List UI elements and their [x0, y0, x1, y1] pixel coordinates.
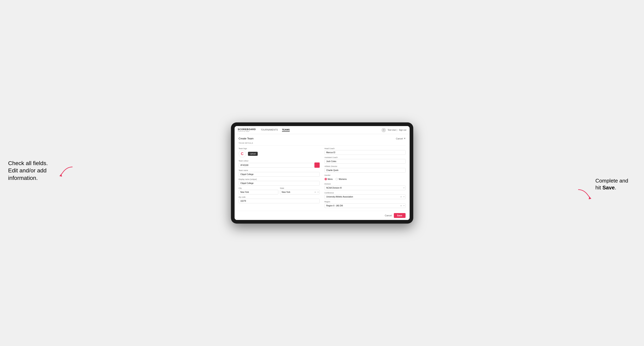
right-column: Head Coach Assistant Coach Athletic Dire…	[324, 148, 406, 208]
athletic-director-field: Athletic Director	[324, 165, 406, 173]
tablet-device: SCOREBOARD Powered by clippd TOURNAMENTS…	[231, 122, 413, 224]
division-label: Division	[324, 183, 406, 185]
zip-label: Zip code	[239, 196, 320, 198]
left-column: Team logo C Upload Team colour	[239, 148, 320, 208]
form-body: Team logo C Upload Team colour	[239, 148, 406, 208]
city-state-field: City State New York ✕	[239, 187, 320, 194]
display-name-label: Display name (unique)	[239, 178, 320, 180]
form-cancel-x[interactable]: Cancel ✕	[396, 137, 405, 140]
team-logo-circle: C	[239, 150, 246, 158]
zip-input[interactable]	[239, 199, 320, 203]
assistant-coach-field: Assistant Coach	[324, 157, 406, 164]
division-select-wrapper: NCAA Division III ▾	[324, 185, 406, 190]
conference-clear-icon[interactable]: ✕	[400, 196, 402, 198]
color-swatch[interactable]	[314, 163, 320, 168]
team-colour-field: Team colour	[239, 160, 320, 168]
arrow-left-icon	[58, 165, 74, 177]
nav-teams[interactable]: TEAMS	[282, 129, 290, 132]
brand-logo: SCOREBOARD Powered by clippd	[238, 128, 256, 132]
display-name-field: Display name (unique)	[239, 178, 320, 185]
athletic-director-label: Athletic Director	[324, 165, 406, 167]
form-container: Create Team Cancel ✕ TEAM DETAILS Team l…	[234, 134, 410, 211]
conference-select[interactable]: University Athletic Association	[324, 194, 406, 199]
display-name-input[interactable]	[239, 181, 320, 185]
navbar: SCOREBOARD Powered by clippd TOURNAMENTS…	[234, 126, 410, 134]
head-coach-field: Head Coach	[324, 148, 406, 155]
form-footer: Cancel Save	[234, 211, 410, 220]
state-select-wrapper: New York ✕ ▾	[280, 190, 320, 194]
head-coach-label: Head Coach	[324, 148, 406, 150]
division-field: Division NCAA Division III ▾	[324, 183, 406, 190]
team-logo-label: Team logo	[239, 148, 320, 150]
logo-area: C Upload	[239, 150, 320, 158]
gender-label: Gender	[324, 174, 406, 176]
state-clear-icon[interactable]: ✕	[314, 191, 316, 193]
section-label: TEAM DETAILS	[239, 142, 406, 146]
team-name-input[interactable]	[239, 172, 320, 177]
team-name-label: Team name	[239, 169, 320, 172]
state-select[interactable]: New York	[280, 190, 320, 194]
city-field: City	[239, 187, 278, 194]
assistant-coach-label: Assistant Coach	[324, 157, 406, 159]
region-clear-icon[interactable]: ✕	[400, 205, 402, 207]
gender-field: Gender Mens Womens	[324, 174, 406, 181]
gender-mens-option[interactable]: Mens	[324, 178, 333, 180]
nav-tournaments[interactable]: TOURNAMENTS	[261, 129, 278, 132]
team-name-field: Team name	[239, 169, 320, 177]
conference-field: Conference University Athletic Associati…	[324, 192, 406, 199]
gender-mens-radio[interactable]	[324, 178, 327, 180]
user-avatar: T	[382, 128, 386, 132]
city-state-row: City State New York ✕	[239, 187, 320, 194]
annotation-left: Check all fields. Edit and/or add inform…	[8, 160, 48, 181]
conference-select-wrapper: University Athletic Association ✕ ▾	[324, 194, 406, 199]
gender-radio-group: Mens Womens	[324, 177, 406, 181]
conference-label: Conference	[324, 192, 406, 194]
form-title: Create Team	[239, 137, 254, 140]
state-label: State	[280, 187, 320, 189]
team-colour-input[interactable]	[239, 163, 314, 168]
footer-save-button[interactable]: Save	[394, 213, 406, 218]
city-input[interactable]	[239, 190, 278, 194]
zip-code-field: Zip code	[239, 196, 320, 203]
footer-cancel-button[interactable]: Cancel	[385, 214, 392, 217]
sign-out-link[interactable]: Sign out	[399, 129, 406, 131]
region-label: Region	[324, 201, 406, 203]
state-field: State New York ✕ ▾	[280, 187, 320, 194]
region-select-wrapper: Region II - (M) DIII ✕ ▾	[324, 203, 406, 208]
color-row	[239, 163, 320, 168]
region-field: Region Region II - (M) DIII ✕ ▾	[324, 201, 406, 208]
upload-button[interactable]: Upload	[248, 152, 258, 156]
annotation-right: Complete and hit Save.	[596, 177, 636, 191]
nav-user-area: T Test User | Sign out	[382, 128, 406, 132]
nav-links: TOURNAMENTS TEAMS	[261, 129, 382, 132]
head-coach-input[interactable]	[324, 150, 406, 155]
user-name: Test User |	[388, 129, 397, 131]
region-select[interactable]: Region II - (M) DIII	[324, 203, 406, 208]
city-label: City	[239, 187, 278, 189]
team-colour-label: Team colour	[239, 160, 320, 162]
team-logo-field: Team logo C Upload	[239, 148, 320, 158]
athletic-director-input[interactable]	[324, 168, 406, 173]
arrow-right-icon	[574, 187, 592, 200]
assistant-coach-input[interactable]	[324, 159, 406, 164]
tablet-screen: SCOREBOARD Powered by clippd TOURNAMENTS…	[234, 126, 410, 220]
division-select[interactable]: NCAA Division III	[324, 185, 406, 190]
form-header: Create Team Cancel ✕	[239, 137, 406, 140]
gender-womens-option[interactable]: Womens	[336, 178, 346, 180]
gender-womens-radio[interactable]	[336, 178, 338, 180]
